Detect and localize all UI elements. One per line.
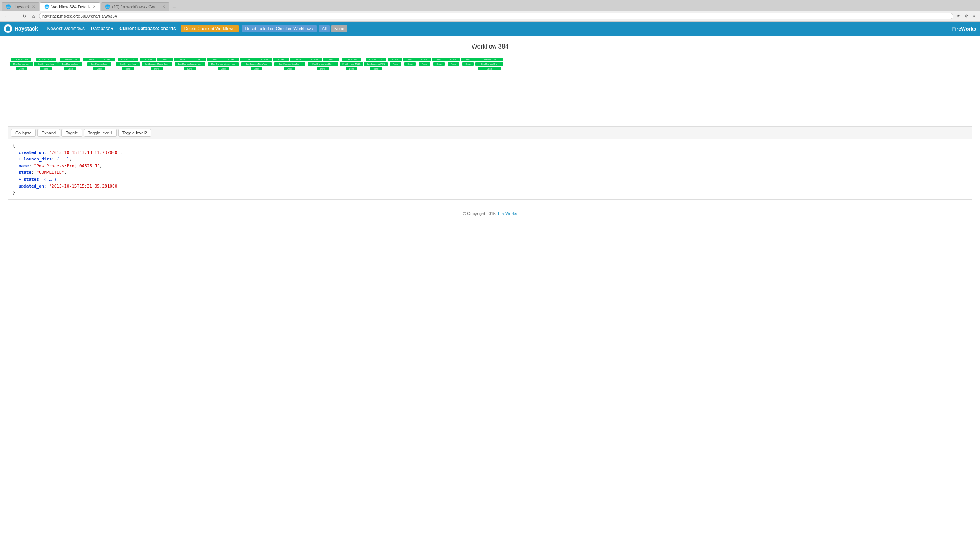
node-box[interactable]: COMPLETED	[366, 58, 386, 61]
node-child-box[interactable]: PostProcess:MarkDup	[241, 62, 272, 66]
node-box[interactable]: COMP	[240, 58, 256, 61]
tab-haystack[interactable]: 🌐 Haystack ✕	[2, 2, 39, 11]
node-child-box[interactable]: PostProcess:bwa	[10, 62, 33, 66]
workflow-node-group: COMP Done	[388, 58, 402, 66]
node-child-box[interactable]: PostProcess:MarkDup	[274, 62, 305, 66]
node-sub[interactable]: Done	[93, 67, 105, 70]
node-sub[interactable]: Done	[390, 62, 401, 66]
reload-button[interactable]: ↻	[21, 12, 28, 20]
node-child-box[interactable]: PostProcess:bwa	[34, 62, 58, 66]
fireworks-footer-link[interactable]: FireWorks	[498, 211, 517, 216]
node-box[interactable]: COMP	[403, 58, 417, 61]
node-sub[interactable]: Done	[419, 62, 430, 66]
expand-button[interactable]: Expand	[37, 129, 60, 137]
node-box[interactable]: COMP	[223, 58, 239, 61]
current-db-label: Current Database: charris	[119, 26, 176, 31]
close-icon[interactable]: ✕	[32, 5, 35, 9]
node-child-box[interactable]: PostProcess:MarkDup	[308, 62, 338, 66]
node-sub2[interactable]: Done	[478, 67, 501, 70]
menu-button[interactable]: ≡	[971, 13, 978, 19]
node-box[interactable]: COMP	[157, 58, 173, 61]
node-box[interactable]: COMP	[273, 58, 289, 61]
address-input[interactable]	[39, 13, 953, 19]
forward-button[interactable]: →	[11, 12, 19, 20]
node-sub[interactable]: Done	[317, 67, 329, 70]
workflow-node-group: COMPLETED PostProcess:bwa Done	[116, 58, 140, 70]
database-dropdown[interactable]: Database ▾	[88, 24, 116, 33]
node-child-box[interactable]: PostProcess:bwa	[116, 62, 140, 66]
tab-workflow384[interactable]: 🌐 Workflow 384 Details ✕	[40, 2, 100, 11]
node-sub[interactable]: Done	[284, 67, 295, 70]
node-box[interactable]: COMP	[140, 58, 156, 61]
reset-failed-button[interactable]: Reset Failed on Checked Workflows	[242, 25, 317, 32]
node-sub[interactable]: Done	[404, 62, 416, 66]
node-box[interactable]: COMP	[190, 58, 206, 61]
node-box[interactable]: COMP	[174, 58, 190, 61]
node-sub[interactable]: Done	[40, 67, 52, 70]
node-box[interactable]: COMP	[388, 58, 402, 61]
node-box[interactable]: COMP	[432, 58, 446, 61]
bookmark-button[interactable]: ★	[955, 13, 962, 19]
node-sub[interactable]: Done	[151, 67, 163, 70]
collapse-button[interactable]: Collapse	[11, 129, 36, 137]
footer: © Copyright 2015, FireWorks	[8, 204, 972, 223]
toggle-button[interactable]: Toggle	[61, 129, 82, 137]
node-box[interactable]: COMPLETED	[342, 58, 361, 61]
tab-fireworks[interactable]: 🌐 (20) fireworkflows - Goo... ✕	[101, 2, 169, 11]
node-sub[interactable]: Done	[448, 62, 459, 66]
delete-checked-button[interactable]: Delete Checked Workflows	[181, 25, 239, 32]
node-box[interactable]: COMPLETED	[118, 58, 138, 61]
node-child-box[interactable]: PostProcess:Merge_bam	[175, 62, 205, 66]
node-box[interactable]: COMP	[323, 58, 339, 61]
node-sub[interactable]: Done	[218, 67, 229, 70]
node-sub[interactable]: PostProcess:Proj	[475, 62, 503, 66]
node-box[interactable]: COMPLETED	[475, 58, 503, 61]
chevron-down-icon: ▾	[111, 26, 113, 31]
extensions-button[interactable]: ⚙	[963, 13, 970, 19]
node-sub[interactable]: Done	[462, 62, 474, 66]
node-sub[interactable]: Done	[346, 67, 357, 70]
node-child-box[interactable]: PostProcess:Merge_bam	[208, 62, 239, 66]
node-box[interactable]: COMPLETED	[36, 58, 56, 61]
node-box[interactable]: COMP	[256, 58, 272, 61]
home-button[interactable]: ⌂	[30, 12, 37, 20]
workflow-node-group: COMPLETED PostProcess:bwa Done	[34, 58, 58, 70]
node-sub[interactable]: Done	[16, 67, 27, 70]
json-controls: Collapse Expand Toggle Toggle level1 Tog…	[8, 127, 972, 139]
toggle-level2-button[interactable]: Toggle level2	[118, 129, 151, 137]
none-button[interactable]: None	[331, 25, 347, 32]
app-nav: Haystack Newest Workflows Database ▾ Cur…	[0, 22, 980, 36]
node-box[interactable]: COMPLETED	[60, 58, 80, 61]
node-box[interactable]: COMP	[306, 58, 322, 61]
node-child-box[interactable]: PostProcess:bwa	[87, 62, 111, 66]
node-child-box[interactable]: PostProcess:Merge_bam	[142, 62, 172, 66]
new-tab-button[interactable]: +	[170, 3, 178, 11]
node-box[interactable]: COMPLETED	[11, 58, 31, 61]
node-box[interactable]: COMP	[83, 58, 99, 61]
main-content: Workflow 384 COMPLETED PostProcess:bwa D…	[0, 36, 980, 227]
newest-workflows-link[interactable]: Newest Workflows	[44, 24, 88, 33]
close-icon[interactable]: ✕	[93, 5, 96, 9]
node-box[interactable]: COMP	[417, 58, 431, 61]
app-logo[interactable]: Haystack	[4, 24, 38, 33]
node-child-box[interactable]: PostProcess:ABRA	[364, 62, 388, 66]
node-sub[interactable]: Done	[64, 67, 76, 70]
node-sub[interactable]: Done	[184, 67, 196, 70]
node-box[interactable]: COMP	[446, 58, 460, 61]
node-sub[interactable]: Done	[251, 67, 262, 70]
node-box[interactable]: COMP	[290, 58, 306, 61]
fireworks-logo: FireWorks	[952, 26, 976, 32]
all-button[interactable]: All	[319, 25, 330, 32]
node-sub[interactable]: Done	[433, 62, 445, 66]
back-button[interactable]: ←	[2, 12, 10, 20]
node-box[interactable]: COMP	[461, 58, 475, 61]
toggle-level1-button[interactable]: Toggle level1	[84, 129, 117, 137]
node-child-box[interactable]: PostProcess:bwa	[58, 62, 82, 66]
node-box[interactable]: COMP	[207, 58, 223, 61]
node-child-box[interactable]: PostProcess:ABRA	[340, 62, 363, 66]
node-box[interactable]: COMP	[99, 58, 115, 61]
node-sub[interactable]: Done	[122, 67, 134, 70]
workflow-node-group: COMP COMP PostProcess:Merge_bam Done	[207, 58, 239, 70]
close-icon[interactable]: ✕	[162, 5, 165, 9]
node-sub[interactable]: Done	[370, 67, 382, 70]
